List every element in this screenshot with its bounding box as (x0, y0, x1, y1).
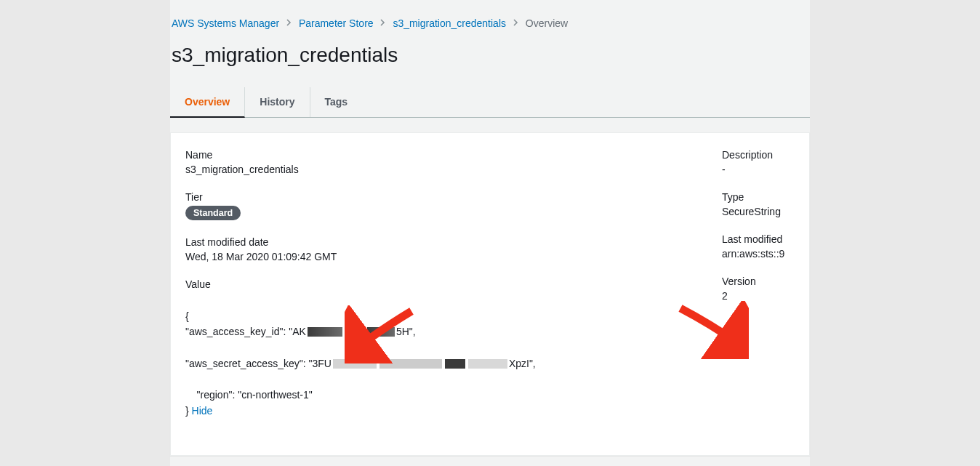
label-value: Value (185, 278, 693, 290)
label-name: Name (185, 149, 693, 161)
breadcrumb: AWS Systems Manager Parameter Store s3_m… (170, 17, 810, 29)
tab-overview[interactable]: Overview (170, 87, 245, 118)
redacted-segment (445, 359, 465, 369)
json-access-key-pre: "aws_access_key_id": "AK (185, 326, 306, 337)
label-description: Description (722, 149, 795, 161)
tab-tags[interactable]: Tags (310, 87, 363, 117)
label-version: Version (722, 276, 795, 287)
breadcrumb-current: Overview (526, 17, 568, 29)
redacted-segment (308, 327, 342, 337)
value-name: s3_migration_credentials (185, 164, 693, 175)
json-close-brace: } (185, 405, 192, 417)
hide-value-link[interactable]: Hide (192, 405, 213, 417)
json-secret-key-pre: "aws_secret_access_key": "3FU (185, 358, 332, 369)
json-region: "region": "cn-northwest-1" (185, 389, 313, 401)
redacted-segment (333, 359, 377, 369)
label-last-modified-date: Last modified date (185, 236, 693, 248)
tabs: Overview History Tags (170, 87, 810, 118)
chevron-right-icon (286, 19, 292, 28)
value-version: 2 (722, 290, 795, 302)
breadcrumb-link-systems-manager[interactable]: AWS Systems Manager (172, 17, 279, 29)
chevron-right-icon (380, 19, 385, 28)
tab-history[interactable]: History (245, 87, 310, 117)
breadcrumb-link-parameter[interactable]: s3_migration_credentials (393, 17, 506, 29)
tier-badge: Standard (185, 206, 241, 220)
breadcrumb-link-parameter-store[interactable]: Parameter Store (299, 17, 374, 29)
json-secret-key-post: XpzI", (509, 358, 536, 369)
chevron-right-icon (513, 19, 518, 28)
redacted-segment (367, 327, 395, 337)
page-title: s3_migration_credentials (170, 44, 810, 67)
redacted-segment (468, 359, 507, 369)
overview-panel: Name s3_migration_credentials Tier Stand… (170, 132, 810, 456)
value-last-modified-date: Wed, 18 Mar 2020 01:09:42 GMT (185, 251, 693, 262)
value-description: - (722, 164, 795, 175)
json-open-brace: { (185, 310, 189, 322)
label-last-modified-user: Last modified (722, 233, 795, 245)
value-json: { "aws_access_key_id": "AK5H", "aws_secr… (185, 293, 693, 435)
redacted-segment (345, 327, 364, 337)
value-type: SecureString (722, 206, 795, 217)
value-last-modified-user: arn:aws:sts::9 (722, 248, 795, 260)
label-tier: Tier (185, 191, 693, 203)
json-access-key-post: 5H", (396, 326, 416, 337)
redacted-segment (379, 359, 442, 369)
label-type: Type (722, 191, 795, 203)
